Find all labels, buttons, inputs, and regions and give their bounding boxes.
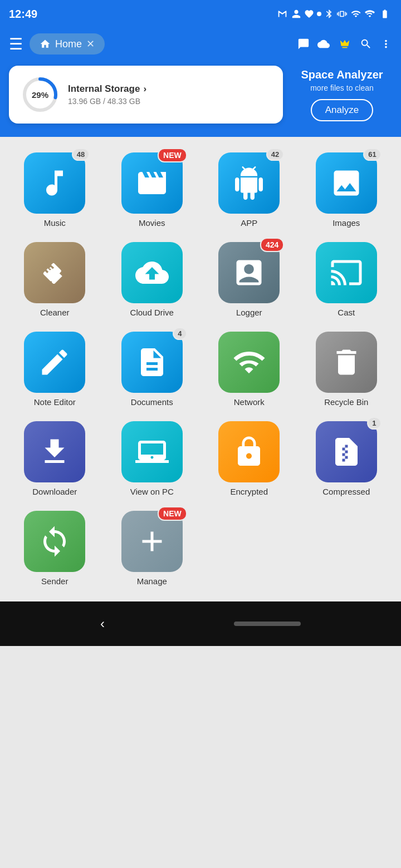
badge-compressed: 1 <box>367 417 382 430</box>
label-music: Music <box>44 218 66 228</box>
label-cast: Cast <box>338 308 355 317</box>
grid-item-downloader[interactable]: Downloader <box>9 417 101 501</box>
icon-documents: 4 <box>121 332 183 393</box>
label-cleaner: Cleaner <box>40 308 70 317</box>
home-tab-label: Home <box>55 38 82 50</box>
label-compressed: Compressed <box>322 487 370 496</box>
signal-icon <box>365 9 375 19</box>
grid-item-images[interactable]: 61 Images <box>301 148 393 232</box>
storage-capacity: 13.96 GB / 48.33 GB <box>68 97 146 106</box>
grid-item-app[interactable]: 42 APP <box>203 148 295 232</box>
home-indicator[interactable] <box>234 622 301 626</box>
wifi-icon <box>350 9 362 19</box>
bluetooth-icon <box>324 9 334 19</box>
storage-circle: 29% <box>20 75 60 115</box>
icon-compressed: 1 <box>316 421 377 482</box>
grid-item-cast[interactable]: Cast <box>301 238 393 322</box>
chat-icon[interactable] <box>297 38 310 50</box>
storage-percent: 29% <box>32 90 48 100</box>
badge-movies: NEW <box>158 148 187 162</box>
icon-recycle-bin <box>316 332 377 393</box>
status-icons <box>276 8 392 20</box>
icon-movies: NEW <box>121 152 183 214</box>
label-sender: Sender <box>41 576 68 586</box>
grid-item-note-editor[interactable]: Note Editor <box>9 327 101 411</box>
search-icon[interactable] <box>360 38 372 50</box>
label-view-on-pc: View on PC <box>130 487 174 496</box>
icon-cloud-drive <box>121 242 183 303</box>
grid-item-sender[interactable]: Sender <box>9 506 101 590</box>
crown-icon[interactable] <box>338 38 352 50</box>
grid-item-logger[interactable]: 424 Logger <box>203 238 295 322</box>
grid-item-network[interactable]: Network <box>203 327 295 411</box>
header-icons <box>297 38 392 50</box>
grid-item-cloud-drive[interactable]: Cloud Drive <box>106 238 198 322</box>
header: ☰ Home ✕ <box>0 28 401 66</box>
bottom-nav: ‹ <box>0 601 401 646</box>
label-note-editor: Note Editor <box>34 397 76 407</box>
label-images: Images <box>332 218 360 228</box>
more-options-icon[interactable] <box>380 38 392 50</box>
label-encrypted: Encrypted <box>230 487 268 496</box>
app-grid: 48 Music NEW Movies 42 APP 61 Images Cle… <box>9 148 392 590</box>
label-manage: Manage <box>137 576 167 586</box>
battery-icon <box>378 9 392 19</box>
grid-item-encrypted[interactable]: Encrypted <box>203 417 295 501</box>
grid-item-compressed[interactable]: 1 Compressed <box>301 417 393 501</box>
home-icon <box>40 38 51 50</box>
grid-item-recycle-bin[interactable]: Recycle Bin <box>301 327 393 411</box>
space-analyzer: Space Analyzer more files to clean Analy… <box>292 68 392 121</box>
label-downloader: Downloader <box>32 487 77 496</box>
grid-item-view-on-pc[interactable]: View on PC <box>106 417 198 501</box>
grid-section: 48 Music NEW Movies 42 APP 61 Images Cle… <box>0 137 401 601</box>
icon-app: 42 <box>218 152 280 214</box>
close-tab-icon[interactable]: ✕ <box>86 38 95 50</box>
storage-card[interactable]: 29% Internal Storage › 13.96 GB / 48.33 … <box>9 66 283 124</box>
back-button[interactable]: ‹ <box>100 616 105 632</box>
icon-cast <box>316 242 377 303</box>
label-logger: Logger <box>236 308 262 317</box>
storage-arrow-icon: › <box>143 83 146 95</box>
label-app: APP <box>241 218 257 228</box>
label-cloud-drive: Cloud Drive <box>130 308 174 317</box>
label-recycle-bin: Recycle Bin <box>324 397 368 407</box>
badge-images: 61 <box>363 148 381 161</box>
icon-logger: 424 <box>218 242 280 303</box>
icon-music: 48 <box>24 152 85 214</box>
dot-icon <box>317 12 321 16</box>
space-analyzer-subtitle: more files to clean <box>292 83 392 92</box>
gmail-icon <box>276 8 288 20</box>
grid-item-manage[interactable]: NEW Manage <box>106 506 198 590</box>
icon-encrypted <box>218 421 280 482</box>
badge-documents: 4 <box>173 327 187 340</box>
icon-view-on-pc <box>121 421 183 482</box>
storage-section: 29% Internal Storage › 13.96 GB / 48.33 … <box>0 66 401 137</box>
grid-item-documents[interactable]: 4 Documents <box>106 327 198 411</box>
person-icon <box>291 9 301 19</box>
icon-note-editor <box>24 332 85 393</box>
status-bar: 12:49 <box>0 0 401 28</box>
cloud-sync-icon[interactable] <box>317 38 330 50</box>
analyze-button[interactable]: Analyze <box>311 99 373 121</box>
grid-item-movies[interactable]: NEW Movies <box>106 148 198 232</box>
label-movies: Movies <box>139 218 165 228</box>
storage-label: Internal Storage › <box>68 83 146 95</box>
label-network: Network <box>234 397 265 407</box>
grid-item-music[interactable]: 48 Music <box>9 148 101 232</box>
icon-network <box>218 332 280 393</box>
badge-music: 48 <box>72 148 90 161</box>
icon-cleaner <box>24 242 85 303</box>
vibrate-icon <box>337 9 347 19</box>
clock: 12:49 <box>9 8 37 21</box>
icon-sender <box>24 511 85 572</box>
badge-manage: NEW <box>158 506 187 521</box>
space-analyzer-title: Space Analyzer <box>292 68 392 81</box>
storage-info: Internal Storage › 13.96 GB / 48.33 GB <box>68 83 146 106</box>
heart-icon <box>304 9 314 19</box>
hamburger-menu[interactable]: ☰ <box>9 35 23 53</box>
label-documents: Documents <box>131 397 173 407</box>
grid-item-cleaner[interactable]: Cleaner <box>9 238 101 322</box>
home-tab[interactable]: Home ✕ <box>30 33 105 55</box>
icon-manage: NEW <box>121 511 183 572</box>
badge-logger: 424 <box>260 238 284 252</box>
